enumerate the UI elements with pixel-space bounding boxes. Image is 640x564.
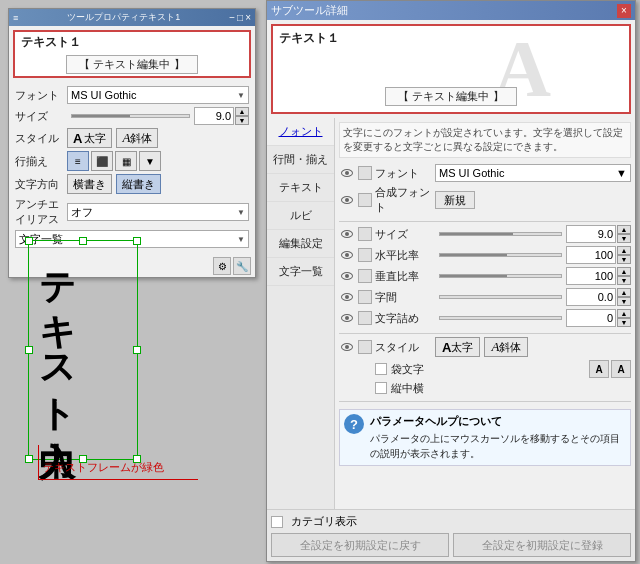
composite-lock-icon[interactable]: [358, 193, 372, 207]
detail-size-input[interactable]: [566, 225, 616, 243]
handle-tl[interactable]: [25, 237, 33, 245]
handle-bl[interactable]: [25, 455, 33, 463]
detail-size-slider[interactable]: [439, 232, 562, 236]
size-up[interactable]: ▲: [235, 107, 249, 116]
detail-hscale-slider[interactable]: [439, 253, 562, 257]
italic-button[interactable]: A 斜体: [116, 128, 158, 148]
category-display-row: カテゴリ表示: [271, 514, 631, 529]
reset-button[interactable]: 全設定を初期設定に戻す: [271, 533, 449, 557]
outline-icons: A A: [589, 360, 631, 378]
register-button[interactable]: 全設定を初期設定に登録: [453, 533, 631, 557]
handle-mr[interactable]: [133, 346, 141, 354]
detail-font-arrow: ▼: [616, 167, 627, 179]
detail-vscale-down[interactable]: ▼: [617, 276, 631, 285]
maximize-icon[interactable]: □: [237, 12, 243, 23]
detail-hscale-input[interactable]: [566, 246, 616, 264]
tracking-lock-icon[interactable]: [358, 290, 372, 304]
size-lock-icon[interactable]: [358, 227, 372, 241]
align-right[interactable]: ▦: [115, 151, 137, 171]
size-slider[interactable]: [71, 114, 190, 118]
detail-kerning-up[interactable]: ▲: [617, 309, 631, 318]
subtool-editing-label: 【 テキスト編集中 】: [385, 87, 516, 106]
detail-tracking-up[interactable]: ▲: [617, 288, 631, 297]
category-checkbox[interactable]: [271, 516, 283, 528]
kerning-eye-icon[interactable]: [339, 310, 355, 326]
vscale-eye-icon[interactable]: [339, 268, 355, 284]
detail-font-control: MS UI Gothic ▼: [435, 164, 631, 182]
text-frame: テキスト入力中: [28, 240, 138, 460]
detail-tracking-spinner: ▲ ▼: [617, 288, 631, 306]
font-select[interactable]: MS UI Gothic ▼: [67, 86, 249, 104]
annotation-text: テキストフレームが緑色: [43, 460, 164, 475]
detail-vscale-slider[interactable]: [439, 274, 562, 278]
antialias-select[interactable]: オフ ▼: [67, 203, 249, 221]
sidebar-tab-ruby[interactable]: ルビ: [267, 202, 334, 230]
size-eye-icon[interactable]: [339, 226, 355, 242]
italic-a-icon: A: [122, 130, 130, 146]
align-left[interactable]: ≡: [67, 151, 89, 171]
sidebar-tab-edit[interactable]: 編集設定: [267, 230, 334, 258]
detail-font-select[interactable]: MS UI Gothic ▼: [435, 164, 631, 182]
detail-vscale-spinner: ▲ ▼: [617, 267, 631, 285]
sidebar-tab-linespacing[interactable]: 行間・揃え: [267, 146, 334, 174]
detail-kerning-input[interactable]: [566, 309, 616, 327]
font-lock-icon[interactable]: [358, 166, 372, 180]
horizontal-btn[interactable]: 横書き: [67, 174, 112, 194]
detail-kerning-row: 文字詰め ▲ ▼: [339, 309, 631, 327]
style-lock-icon[interactable]: [358, 340, 372, 354]
tool-panel-title: ≡ ツールプロパティテキスト1 − □ ×: [9, 9, 255, 26]
size-input[interactable]: 9.0: [194, 107, 234, 125]
composite-eye-icon[interactable]: [339, 192, 355, 208]
size-row: サイズ 9.0 ▲ ▼: [15, 107, 249, 125]
detail-tracking-slider[interactable]: [439, 295, 562, 299]
font-select-arrow: ▼: [237, 91, 245, 100]
vertical-btn[interactable]: 縦書き: [116, 174, 161, 194]
handle-tm[interactable]: [79, 237, 87, 245]
bold-button[interactable]: A 太字: [67, 128, 112, 148]
detail-bold-a: A: [442, 340, 451, 355]
detail-kerning-slider[interactable]: [439, 316, 562, 320]
detail-kerning-control: ▲ ▼: [435, 309, 631, 327]
vscale-lock-icon[interactable]: [358, 269, 372, 283]
style-eye-icon[interactable]: [339, 339, 355, 355]
kerning-lock-icon[interactable]: [358, 311, 372, 325]
size-down[interactable]: ▼: [235, 116, 249, 125]
handle-tr[interactable]: [133, 237, 141, 245]
align-center[interactable]: ⬛: [91, 151, 113, 171]
vmiddle-checkbox[interactable]: [375, 382, 387, 394]
detail-size-label: サイズ: [375, 227, 435, 242]
bold-a-icon: A: [73, 131, 82, 146]
detail-tracking-input[interactable]: [566, 288, 616, 306]
detail-vscale-input[interactable]: [566, 267, 616, 285]
sidebar-tab-font[interactable]: ノォント: [267, 118, 334, 146]
detail-size-down[interactable]: ▼: [617, 234, 631, 243]
hscale-lock-icon[interactable]: [358, 248, 372, 262]
new-button[interactable]: 新規: [435, 191, 475, 209]
size-spinner: ▲ ▼: [235, 107, 249, 125]
style-row: スタイル A 太字 A 斜体: [15, 128, 249, 148]
sidebar-tab-charlist[interactable]: 文字一覧: [267, 258, 334, 286]
align-justify[interactable]: ▼: [139, 151, 161, 171]
help-icon: ?: [344, 414, 364, 434]
font-eye-icon[interactable]: [339, 165, 355, 181]
detail-hscale-spinner: ▲ ▼: [617, 246, 631, 264]
sidebar-tab-text[interactable]: テキスト: [267, 174, 334, 202]
detail-hscale-up[interactable]: ▲: [617, 246, 631, 255]
detail-vscale-up[interactable]: ▲: [617, 267, 631, 276]
detail-italic-button[interactable]: A 斜体: [484, 337, 528, 357]
detail-size-up[interactable]: ▲: [617, 225, 631, 234]
detail-hscale-down[interactable]: ▼: [617, 255, 631, 264]
detail-tracking-control: ▲ ▼: [435, 288, 631, 306]
minimize-icon[interactable]: −: [229, 12, 235, 23]
close-icon[interactable]: ×: [245, 12, 251, 23]
detail-bold-button[interactable]: A 太字: [435, 337, 480, 357]
tracking-eye-icon[interactable]: [339, 289, 355, 305]
detail-tracking-down[interactable]: ▼: [617, 297, 631, 306]
detail-kerning-label: 文字詰め: [375, 311, 435, 326]
outline-checkbox[interactable]: [375, 363, 387, 375]
handle-ml[interactable]: [25, 346, 33, 354]
subtool-close-button[interactable]: ×: [617, 4, 631, 18]
detail-kerning-down[interactable]: ▼: [617, 318, 631, 327]
detail-vscale-row: 垂直比率 ▲ ▼: [339, 267, 631, 285]
hscale-eye-icon[interactable]: [339, 247, 355, 263]
